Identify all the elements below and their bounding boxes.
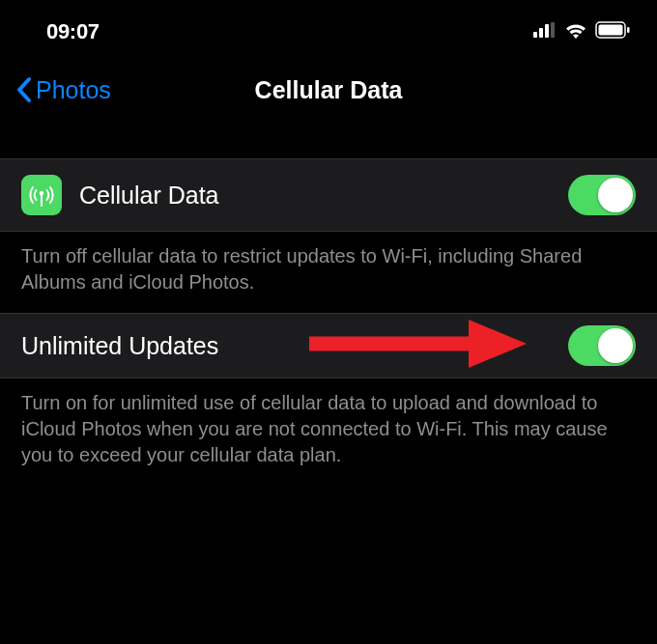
cellular-data-toggle[interactable]: [568, 175, 636, 215]
antenna-icon: [21, 175, 62, 215]
svg-rect-1: [539, 28, 543, 38]
status-time: 09:07: [46, 19, 100, 44]
status-indicators: [533, 21, 630, 42]
cellular-data-footer: Turn off cellular data to restrict updat…: [0, 232, 657, 313]
cellular-data-row[interactable]: Cellular Data: [0, 158, 657, 232]
back-label: Photos: [36, 76, 111, 104]
nav-header: Photos Cellular Data: [0, 56, 657, 124]
cellular-data-label: Cellular Data: [79, 182, 568, 210]
svg-rect-0: [533, 32, 537, 38]
svg-rect-3: [551, 22, 555, 38]
svg-rect-5: [599, 25, 623, 36]
page-title: Cellular Data: [255, 76, 403, 104]
svg-rect-6: [627, 27, 630, 33]
unlimited-updates-toggle[interactable]: [568, 325, 636, 366]
unlimited-updates-label: Unlimited Updates: [21, 332, 568, 360]
chevron-left-icon: [15, 76, 32, 103]
back-button[interactable]: Photos: [15, 76, 111, 104]
battery-icon: [595, 21, 630, 42]
wifi-icon: [564, 21, 587, 42]
svg-rect-2: [545, 24, 549, 38]
unlimited-updates-row[interactable]: Unlimited Updates: [0, 313, 657, 378]
unlimited-updates-footer: Turn on for unlimited use of cellular da…: [0, 378, 657, 486]
status-bar: 09:07: [0, 0, 657, 56]
section-spacer: [0, 124, 657, 158]
cellular-signal-icon: [533, 22, 557, 42]
